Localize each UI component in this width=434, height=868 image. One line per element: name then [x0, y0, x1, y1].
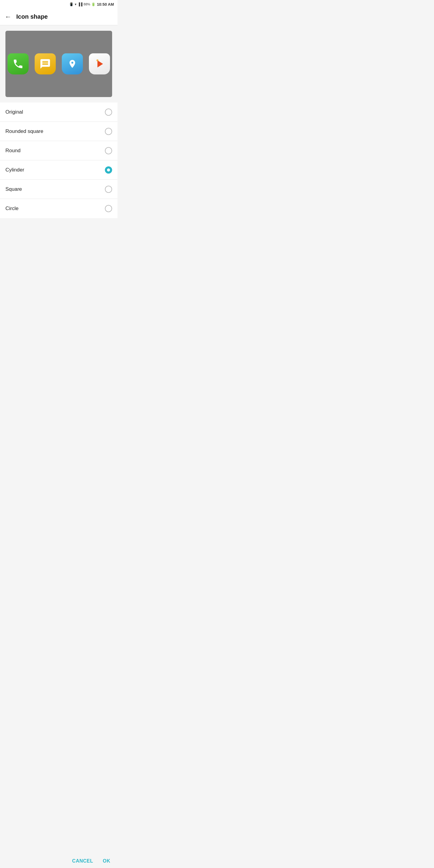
preview-icon-phone — [7, 53, 29, 74]
option-square-label: Square — [5, 186, 22, 192]
option-original[interactable]: Original — [0, 102, 118, 122]
option-cylinder-radio[interactable] — [105, 166, 112, 174]
status-icons: 📳 ▾ ▐▐ 88% 🔋 10:50 AM — [69, 2, 114, 7]
back-button[interactable]: ← — [5, 13, 11, 21]
battery-text: 88% — [84, 2, 90, 6]
option-round[interactable]: Round — [0, 141, 118, 160]
option-square-radio[interactable] — [105, 186, 112, 193]
radio-inner-dot — [107, 168, 110, 172]
option-rounded-square-radio[interactable] — [105, 128, 112, 135]
wifi-icon: ▾ — [75, 2, 76, 6]
status-bar: 📳 ▾ ▐▐ 88% 🔋 10:50 AM — [0, 0, 118, 8]
svg-point-0 — [96, 59, 98, 61]
option-circle-label: Circle — [5, 206, 19, 212]
option-circle[interactable]: Circle — [0, 199, 118, 218]
time-display: 10:50 AM — [97, 2, 114, 7]
option-circle-radio[interactable] — [105, 205, 112, 212]
vibrate-icon: 📳 — [69, 2, 73, 6]
option-rounded-square-label: Rounded square — [5, 128, 43, 134]
top-bar: ← Icon shape — [0, 8, 118, 25]
options-list: Original Rounded square Round Cylinder S… — [0, 102, 118, 218]
cancel-button[interactable]: CANCEL — [72, 858, 93, 864]
option-round-label: Round — [5, 148, 21, 154]
bottom-buttons: CANCEL OK — [0, 853, 118, 868]
option-cylinder-label: Cylinder — [5, 167, 24, 173]
icon-preview-area — [5, 31, 112, 97]
option-round-radio[interactable] — [105, 147, 112, 154]
option-original-label: Original — [5, 109, 23, 115]
page-title: Icon shape — [16, 13, 48, 20]
preview-icon-location — [62, 53, 83, 74]
signal-icon: ▐▐ — [78, 2, 83, 6]
battery-icon: 🔋 — [91, 2, 96, 6]
option-cylinder[interactable]: Cylinder — [0, 160, 118, 180]
preview-icon-play — [89, 53, 110, 74]
ok-button[interactable]: OK — [103, 858, 110, 864]
option-square[interactable]: Square — [0, 180, 118, 199]
option-original-radio[interactable] — [105, 108, 112, 116]
option-rounded-square[interactable]: Rounded square — [0, 122, 118, 141]
preview-icon-message — [35, 53, 56, 74]
